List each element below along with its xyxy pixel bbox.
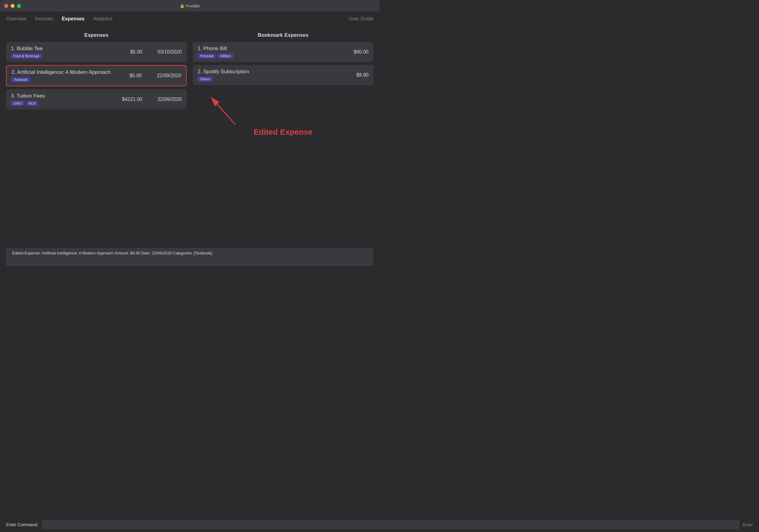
expense-right-2: $5.00 22/09/2020 — [130, 73, 181, 78]
nav-expenses[interactable]: Expenses — [62, 15, 85, 23]
expense-tag-3-0: GIRO — [11, 101, 24, 106]
expense-left-3: 3. Tuition Fees GIRO NUS — [11, 93, 45, 106]
expense-amount-2: $5.00 — [130, 73, 142, 78]
expense-item-1[interactable]: 1. Bubble Tea Food & Beverage $5.00 03/1… — [6, 42, 187, 62]
titlebar: 🔒 Fine$$e — [0, 0, 380, 12]
edited-expense-label: Edited Expense — [254, 127, 313, 137]
expense-tag-1-0: Food & Beverage — [11, 54, 42, 58]
bookmark-tag-1-0: Personal — [198, 54, 216, 58]
expense-tags-1: Food & Beverage — [11, 54, 43, 58]
expense-name-2: 2. Artificial Intelligence: A Modern App… — [12, 69, 111, 75]
expense-tag-3-1: NUS — [26, 101, 38, 106]
expense-left-1: 1. Bubble Tea Food & Beverage — [11, 46, 43, 58]
bookmark-tag-1-1: Utilities — [218, 54, 233, 58]
svg-line-1 — [211, 97, 235, 125]
bookmark-left-1: 1. Phone Bill Personal Utilities — [198, 46, 233, 58]
nav-overview[interactable]: Overview — [6, 15, 26, 23]
expense-right-3: $4221.00 22/09/2020 — [122, 97, 182, 102]
bookmark-item-1[interactable]: 1. Phone Bill Personal Utilities $60.00 — [193, 42, 374, 62]
close-button[interactable] — [4, 4, 8, 8]
expense-date-1: 03/10/2020 — [151, 49, 182, 55]
minimize-button[interactable] — [11, 4, 15, 8]
main-panels: Expenses 1. Bubble Tea Food & Beverage $… — [0, 26, 380, 245]
bookmark-amount-1: $60.00 — [354, 49, 369, 55]
nav-items: Overview Incomes Expenses Analytics — [6, 15, 349, 23]
user-guide-link[interactable]: User Guide — [349, 16, 374, 21]
bookmark-item-2[interactable]: 2. Spotify Subscription Others $9.90 — [193, 65, 374, 85]
expense-date-2: 22/09/2020 — [151, 73, 181, 78]
bookmark-name-2: 2. Spotify Subscription — [198, 69, 249, 75]
bookmark-tag-2-0: Others — [198, 77, 213, 82]
expense-date-3: 22/09/2020 — [151, 97, 182, 102]
expenses-panel: Expenses 1. Bubble Tea Food & Beverage $… — [6, 32, 187, 245]
status-text: Edited Expense: Artificial Intelligence:… — [12, 251, 212, 255]
expense-tags-3: GIRO NUS — [11, 101, 45, 106]
expense-tag-2-0: Textbook — [12, 77, 30, 82]
expense-name-3: 3. Tuition Fees — [11, 93, 45, 99]
content-wrapper: Expenses 1. Bubble Tea Food & Beverage $… — [0, 26, 380, 266]
expense-right-1: $5.00 03/10/2020 — [130, 49, 182, 55]
expense-name-1: 1. Bubble Tea — [11, 46, 43, 52]
expense-item-3[interactable]: 3. Tuition Fees GIRO NUS $4221.00 22/09/… — [6, 89, 187, 109]
bookmark-left-2: 2. Spotify Subscription Others — [198, 69, 249, 82]
bookmark-panel: Bookmark Expenses 1. Phone Bill Personal… — [193, 32, 374, 245]
bookmark-tags-2: Others — [198, 77, 249, 82]
expense-amount-3: $4221.00 — [122, 97, 142, 102]
app-title: 🔒 Fine$$e — [180, 4, 200, 8]
expense-tags-2: Textbook — [12, 77, 111, 82]
window-controls — [4, 4, 21, 8]
expense-amount-1: $5.00 — [130, 49, 142, 55]
bookmark-name-1: 1. Phone Bill — [198, 46, 233, 52]
expenses-title: Expenses — [6, 32, 187, 38]
bookmark-title: Bookmark Expenses — [193, 32, 374, 38]
expense-left-2: 2. Artificial Intelligence: A Modern App… — [12, 69, 111, 82]
nav-analytics[interactable]: Analytics — [93, 15, 112, 23]
navbar: Overview Incomes Expenses Analytics User… — [0, 12, 380, 26]
nav-incomes[interactable]: Incomes — [35, 15, 53, 23]
bookmark-amount-2: $9.90 — [356, 72, 369, 78]
bookmark-tags-1: Personal Utilities — [198, 54, 233, 58]
maximize-button[interactable] — [17, 4, 21, 8]
expense-item-2[interactable]: 2. Artificial Intelligence: A Modern App… — [6, 65, 187, 86]
annotation-container: Edited Expense — [193, 91, 374, 140]
status-bar: Edited Expense: Artificial Intelligence:… — [6, 248, 374, 266]
